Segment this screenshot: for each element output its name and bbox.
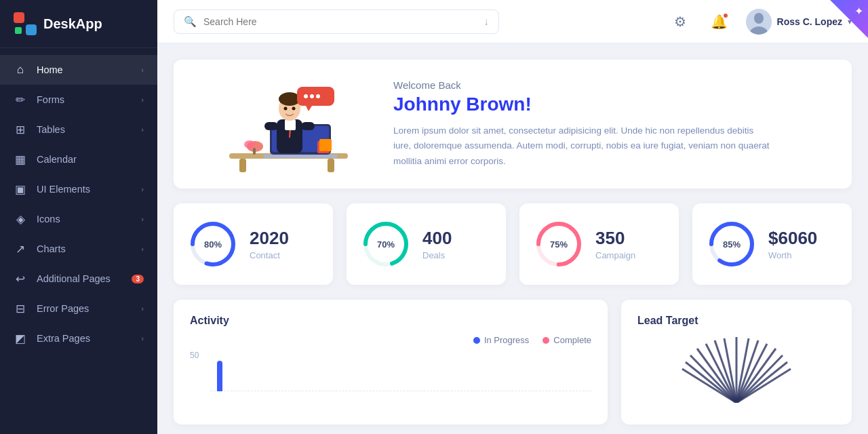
chevron-icon-home: › <box>141 66 144 74</box>
stat-card-worth: 85% $6060 Worth <box>692 203 852 285</box>
chart-legend: In ProgressComplete <box>190 335 591 345</box>
svg-point-20 <box>292 107 296 111</box>
sidebar-item-label-icons: Icons <box>37 214 60 224</box>
sidebar-item-label-tables: Tables <box>37 124 65 135</box>
sidebar-item-error-pages[interactable]: ⊟Error Pages› <box>0 294 157 323</box>
avatar <box>746 9 772 35</box>
header-right: ⚙ 🔔 Ross C. Lopez ▾ <box>667 9 852 35</box>
svg-point-25 <box>304 94 308 98</box>
calendar-icon: ▦ <box>14 153 27 166</box>
sidebar-logo[interactable]: DeskApp <box>0 0 157 48</box>
svg-rect-4 <box>239 159 246 172</box>
welcome-name: Johnny Brown! <box>393 94 830 115</box>
user-info[interactable]: Ross C. Lopez ▾ <box>746 9 852 35</box>
svg-rect-10 <box>319 139 332 151</box>
stat-circle-worth: 85% <box>707 220 756 269</box>
sidebar-item-ui-elements[interactable]: ▣UI Elements› <box>0 174 157 204</box>
notification-button[interactable]: 🔔 <box>707 9 732 35</box>
activity-card: Activity In ProgressComplete 50 <box>174 300 608 425</box>
sidebar-item-label-ui-elements: UI Elements <box>37 184 90 195</box>
welcome-subtitle: Welcome Back <box>393 79 830 91</box>
svg-rect-16 <box>285 119 296 130</box>
chart-bar-area <box>217 351 591 391</box>
svg-rect-13 <box>253 148 256 155</box>
home-icon: ⌂ <box>14 63 27 77</box>
stat-label-campaign: Campaign <box>595 250 635 260</box>
legend-item-in-progress: In Progress <box>473 335 529 345</box>
chevron-icon-error-pages: › <box>141 304 144 313</box>
svg-marker-24 <box>306 106 312 111</box>
download-icon[interactable]: ↓ <box>484 16 489 28</box>
svg-point-27 <box>316 94 320 98</box>
svg-rect-5 <box>328 159 334 172</box>
stat-circle-deals: 70% <box>361 220 410 269</box>
svg-point-1 <box>754 13 764 24</box>
lead-target-chart <box>637 335 835 410</box>
stat-circle-campaign: 75% <box>534 220 583 269</box>
sidebar-item-icons[interactable]: ◈Icons› <box>0 204 157 234</box>
svg-rect-8 <box>263 155 338 158</box>
settings-button[interactable]: ⚙ <box>667 9 693 35</box>
forms-icon: ✏ <box>14 93 27 106</box>
ui-elements-icon: ▣ <box>14 182 27 196</box>
user-chevron-icon: ▾ <box>848 17 852 26</box>
chevron-icon-ui-elements: › <box>141 185 144 193</box>
svg-rect-22 <box>301 122 315 130</box>
error-pages-icon: ⊟ <box>14 302 27 315</box>
search-icon: 🔍 <box>184 16 197 28</box>
legend-item-complete: Complete <box>542 335 591 345</box>
stat-circle-contact: 80% <box>189 220 237 269</box>
stat-value-worth: $6060 <box>768 228 817 249</box>
charts-icon: ↗ <box>14 242 27 256</box>
header: 🔍 ↓ ⚙ 🔔 Ross C. Lopez <box>157 0 868 43</box>
svg-point-19 <box>284 107 288 111</box>
sidebar-item-label-home: Home <box>37 64 63 75</box>
extra-pages-icon: ◩ <box>14 332 27 345</box>
search-input[interactable] <box>203 16 477 27</box>
additional-pages-icon: ↩ <box>14 272 27 285</box>
sidebar-nav: ⌂Home›✏Forms›⊞Tables›▦Calendar▣UI Elemen… <box>0 48 157 434</box>
sidebar-item-label-forms: Forms <box>37 94 64 105</box>
content-area: Welcome Back Johnny Brown! Lorem ipsum d… <box>157 43 868 434</box>
chevron-icon-icons: › <box>141 215 144 223</box>
stats-row: 80% 2020 Contact 70% 400 Deals 75% 350 <box>174 203 852 285</box>
sidebar-item-label-additional-pages: Additional Pages <box>37 273 111 284</box>
legend-dot <box>542 337 549 344</box>
sidebar-item-home[interactable]: ⌂Home› <box>0 55 157 85</box>
sidebar-item-tables[interactable]: ⊞Tables› <box>0 115 157 144</box>
activity-title: Activity <box>190 315 591 327</box>
welcome-text: Welcome Back Johnny Brown! Lorem ipsum d… <box>393 79 830 169</box>
tables-icon: ⊞ <box>14 123 27 136</box>
sidebar-item-charts[interactable]: ↗Charts› <box>0 234 157 264</box>
stat-info-contact: 2020 Contact <box>250 228 289 260</box>
sidebar-item-additional-pages[interactable]: ↩Additional Pages3 <box>0 264 157 294</box>
icons-icon: ◈ <box>14 212 27 226</box>
sidebar-badge-additional-pages: 3 <box>132 275 144 283</box>
sidebar-item-label-error-pages: Error Pages <box>37 303 89 314</box>
stat-value-deals: 400 <box>422 228 452 249</box>
sidebar-item-label-charts: Charts <box>37 243 66 254</box>
main-content: 🔍 ↓ ⚙ 🔔 Ross C. Lopez <box>157 0 868 434</box>
chevron-icon-extra-pages: › <box>141 334 144 342</box>
chevron-icon-forms: › <box>141 96 144 104</box>
legend-label: Complete <box>553 335 591 345</box>
search-bar[interactable]: 🔍 ↓ <box>174 9 499 34</box>
user-name: Ross C. Lopez <box>777 16 842 27</box>
stat-label-worth: Worth <box>768 250 817 260</box>
stat-card-campaign: 75% 350 Campaign <box>519 203 679 285</box>
stat-info-campaign: 350 Campaign <box>595 228 635 260</box>
sidebar-item-label-calendar: Calendar <box>37 154 77 165</box>
logo-text: DeskApp <box>43 16 102 32</box>
sidebar-item-label-extra-pages: Extra Pages <box>37 333 90 344</box>
svg-point-26 <box>310 94 314 98</box>
sidebar-item-forms[interactable]: ✏Forms› <box>0 85 157 115</box>
legend-dot <box>473 337 480 344</box>
legend-label: In Progress <box>484 335 529 345</box>
sidebar-item-calendar[interactable]: ▦Calendar <box>0 144 157 174</box>
welcome-description: Lorem ipsum dolor sit amet, consectetur … <box>393 123 773 169</box>
logo-icon <box>14 12 37 35</box>
sidebar-item-extra-pages[interactable]: ◩Extra Pages› <box>0 323 157 353</box>
settings-icon: ⚙ <box>674 14 686 30</box>
stat-label-deals: Deals <box>422 250 452 260</box>
lead-target-card: Lead Target <box>621 300 852 425</box>
